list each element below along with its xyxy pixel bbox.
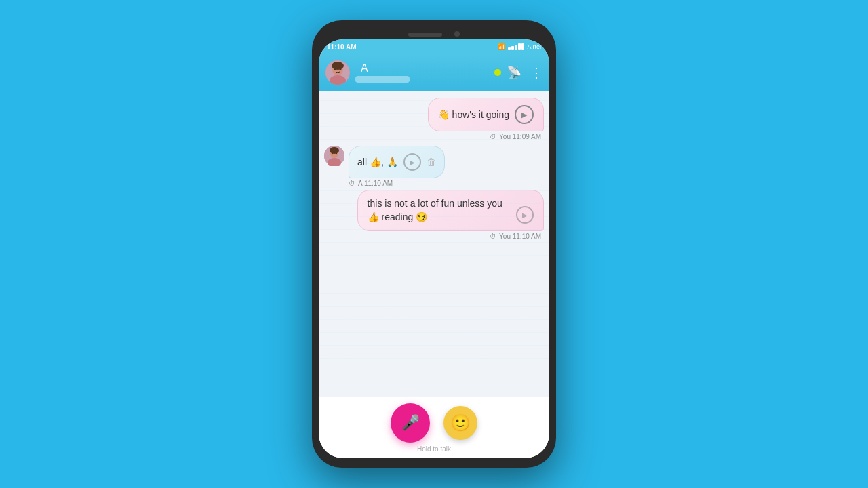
hold-to-talk-label: Hold to talk (417, 445, 451, 453)
action-buttons: 🎤 🙂 (391, 403, 477, 443)
message-incoming-2: all 👍, 🙏 ▶ 🗑 ⏱ A 11:10 AM (324, 146, 544, 187)
message-bubble-2: all 👍, 🙏 ▶ 🗑 (349, 146, 445, 178)
more-options-icon[interactable]: ⋮ (530, 64, 542, 81)
signal-dot-2 (511, 46, 514, 50)
emoji-button[interactable]: 🙂 (443, 406, 477, 440)
message-outgoing-3: this is not a lot of fun unless you 👍 re… (324, 190, 544, 240)
message-timestamp-2: A 11:10 AM (358, 180, 393, 187)
signal-dot-4 (518, 43, 521, 50)
emoji-icon: 🙂 (450, 413, 471, 432)
contact-name: A (361, 62, 368, 74)
incoming-avatar-svg (324, 146, 344, 166)
phone-notch (319, 27, 549, 39)
svg-point-11 (330, 147, 339, 154)
status-right: 📶 Airtel (498, 43, 541, 50)
message-text-1: 👋 how's it going (438, 109, 509, 120)
mic-icon: 🎤 (401, 414, 420, 432)
phone-camera (454, 31, 460, 37)
carrier-name: Airtel (527, 43, 541, 50)
avatar-image (326, 60, 350, 85)
message-timestamp-3: You 11:10 AM (499, 232, 541, 240)
message-meta-2: ⏱ A 11:10 AM (324, 180, 393, 187)
signal-dot-1 (508, 47, 511, 50)
message-row-2: all 👍, 🙏 ▶ 🗑 (324, 146, 445, 178)
online-status-dot (494, 69, 501, 76)
delete-button-2[interactable]: 🗑 (427, 157, 436, 167)
message-meta-3: ⏱ You 11:10 AM (490, 232, 544, 240)
mic-button[interactable]: 🎤 (391, 403, 430, 443)
timer-icon-3: ⏱ (490, 232, 496, 240)
contact-status-blur (355, 76, 410, 83)
signal-dot-5 (521, 43, 524, 50)
status-bar: 11:10 AM 📶 Airtel (319, 39, 549, 54)
wifi-icon: 📶 (498, 43, 505, 50)
svg-point-5 (332, 62, 344, 70)
header-name-area: A (355, 62, 494, 83)
timer-icon-1: ⏱ (490, 133, 496, 140)
phone-device: 11:10 AM 📶 Airtel (312, 20, 556, 468)
phone-speaker (408, 33, 442, 37)
avatar-svg (326, 60, 350, 85)
play-button-3[interactable]: ▶ (516, 206, 534, 224)
signal-dots (508, 43, 524, 50)
message-bubble-1: 👋 how's it going ▶ (428, 98, 544, 131)
timer-icon-2: ⏱ (349, 180, 355, 187)
contact-avatar (326, 60, 350, 85)
phone-screen: 11:10 AM 📶 Airtel (319, 39, 549, 458)
message-text-2: all 👍, 🙏 (357, 157, 398, 167)
broadcast-icon[interactable]: 📡 (507, 65, 521, 80)
play-button-1[interactable]: ▶ (515, 105, 534, 124)
signal-dot-3 (515, 45, 517, 50)
message-text-3: this is not a lot of fun unless you 👍 re… (368, 197, 511, 224)
message-bubble-3: this is not a lot of fun unless you 👍 re… (357, 190, 544, 231)
app-header: A 📡 ⋮ (319, 54, 549, 91)
message-meta-1: ⏱ You 11:09 AM (490, 133, 544, 140)
message-timestamp-1: You 11:09 AM (499, 133, 541, 140)
play-button-2[interactable]: ▶ (403, 153, 421, 171)
header-icons: 📡 ⋮ (507, 64, 542, 81)
status-time: 11:10 AM (327, 43, 357, 51)
message-outgoing-1: 👋 how's it going ▶ ⏱ You 11:09 AM (324, 98, 544, 140)
chat-messages-area: 👋 how's it going ▶ ⏱ You 11:09 AM (319, 91, 549, 396)
incoming-avatar-2 (324, 146, 344, 166)
bottom-toolbar: 🎤 🙂 Hold to talk (319, 396, 549, 458)
